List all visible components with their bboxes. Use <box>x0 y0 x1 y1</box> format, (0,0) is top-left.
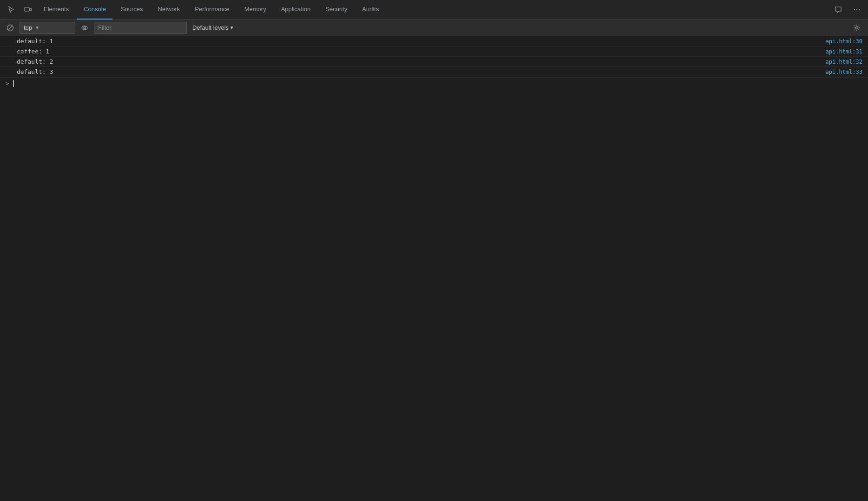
tab-elements[interactable]: Elements <box>37 0 75 20</box>
more-options-button[interactable] <box>849 2 864 17</box>
console-row: default: 1 api.html:30 <box>0 36 868 46</box>
log-levels-button[interactable]: Default levels ▾ <box>190 23 236 32</box>
console-output[interactable]: default: 1 api.html:30 coffee: 1 api.htm… <box>0 36 868 501</box>
eye-icon <box>81 24 88 32</box>
device-icon <box>24 6 32 13</box>
chat-icon <box>835 6 842 13</box>
console-message-4: default: 3 <box>17 68 53 75</box>
nav-right-buttons <box>831 2 864 17</box>
svg-point-8 <box>84 27 85 29</box>
chevron-down-icon: ▼ <box>35 25 39 30</box>
svg-line-6 <box>9 26 12 29</box>
toolbar-right <box>849 20 864 35</box>
top-nav-bar: Elements Console Sources Network Perform… <box>0 0 868 20</box>
console-row: coffee: 1 api.html:31 <box>0 46 868 57</box>
tab-audits[interactable]: Audits <box>355 0 385 20</box>
console-toolbar: top ▼ Default levels ▾ <box>0 20 868 36</box>
console-link-4[interactable]: api.html:33 <box>826 69 862 75</box>
console-link-2[interactable]: api.html:31 <box>826 48 862 55</box>
console-link-3[interactable]: api.html:32 <box>826 59 862 65</box>
context-selector[interactable]: top ▼ <box>20 22 75 34</box>
context-value: top <box>24 24 32 31</box>
console-row: default: 2 api.html:32 <box>0 57 868 67</box>
clear-icon <box>7 24 14 32</box>
live-expressions-button[interactable] <box>78 21 91 34</box>
tab-security[interactable]: Security <box>319 0 354 20</box>
filter-input[interactable] <box>94 22 187 34</box>
svg-point-7 <box>82 26 87 30</box>
inspect-element-button[interactable] <box>4 2 19 17</box>
feedback-button[interactable] <box>831 2 846 17</box>
cursor-icon <box>7 6 15 13</box>
tab-network[interactable]: Network <box>151 0 187 20</box>
ellipsis-icon <box>853 6 861 13</box>
console-message-2: coffee: 1 <box>17 48 49 55</box>
tab-memory[interactable]: Memory <box>238 0 273 20</box>
gear-icon <box>853 24 861 32</box>
clear-console-button[interactable] <box>4 21 17 34</box>
console-message-3: default: 2 <box>17 58 53 65</box>
levels-chevron-icon: ▾ <box>230 25 233 31</box>
console-prompt: > <box>6 80 9 87</box>
svg-point-2 <box>854 9 855 10</box>
svg-point-4 <box>859 9 860 10</box>
main-content: top ▼ Default levels ▾ default <box>0 20 868 501</box>
svg-point-3 <box>856 9 857 10</box>
console-message-1: default: 1 <box>17 38 53 45</box>
console-cursor <box>13 80 14 87</box>
svg-point-9 <box>856 26 858 29</box>
settings-button[interactable] <box>849 20 864 35</box>
console-row: default: 3 api.html:33 <box>0 67 868 77</box>
device-toggle-button[interactable] <box>20 2 35 17</box>
tab-application[interactable]: Application <box>275 0 317 20</box>
tab-console[interactable]: Console <box>77 0 112 20</box>
svg-rect-1 <box>30 8 32 11</box>
tab-sources[interactable]: Sources <box>114 0 150 20</box>
svg-rect-0 <box>25 7 29 11</box>
tab-performance[interactable]: Performance <box>188 0 236 20</box>
console-input-row[interactable]: > <box>0 77 868 89</box>
console-link-1[interactable]: api.html:30 <box>826 38 862 45</box>
levels-label: Default levels <box>192 24 229 31</box>
